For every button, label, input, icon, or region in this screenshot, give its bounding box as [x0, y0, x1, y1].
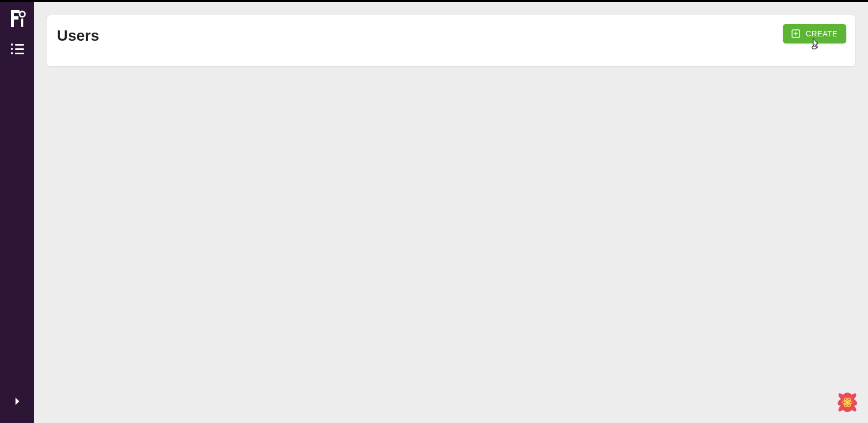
react-query-devtools-icon[interactable]: [837, 392, 858, 413]
main-content: Users CREATE: [34, 2, 868, 423]
users-card: Users CREATE: [47, 15, 855, 66]
svg-point-0: [20, 11, 25, 17]
sidebar: [0, 2, 34, 423]
create-button[interactable]: CREATE: [783, 24, 846, 43]
create-button-label: CREATE: [806, 29, 838, 38]
sidebar-expand-button[interactable]: [0, 390, 34, 412]
menu-list-icon[interactable]: [11, 43, 24, 54]
svg-rect-1: [21, 18, 23, 27]
app-logo[interactable]: [9, 8, 26, 28]
svg-point-5: [846, 401, 849, 404]
page-title: Users: [56, 24, 99, 45]
plus-box-icon: [792, 29, 800, 38]
